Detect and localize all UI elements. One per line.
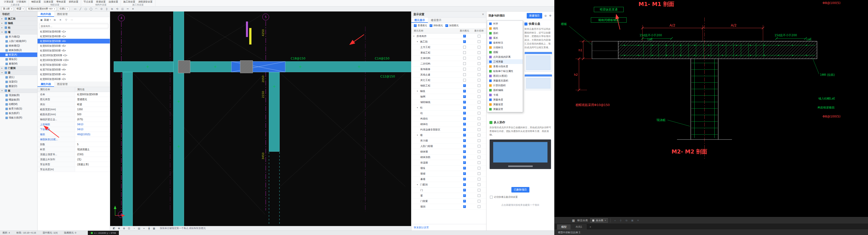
property-value[interactable] <box>75 137 110 142</box>
show-element-checkbox[interactable] <box>463 139 466 142</box>
menu-item[interactable]: 绘制单个标注属性 <box>487 69 523 73</box>
ribbon-button[interactable]: 节点设置 <box>84 0 93 3</box>
menu-item[interactable]: 面积编辑 <box>487 88 523 93</box>
rect-icon[interactable]: ▢ <box>84 7 88 11</box>
show-name-checkbox[interactable] <box>478 167 480 169</box>
tab-property-list[interactable]: 属性列表 <box>37 81 54 87</box>
nav-item[interactable]: 螺旋板(B) <box>0 98 37 102</box>
list-item[interactable]: 柱宽700加宽550厚 <10> <box>37 63 110 67</box>
tab-element-display[interactable]: 图元显示 <box>411 18 428 23</box>
show-element-checkbox[interactable] <box>463 178 466 180</box>
nav-item[interactable]: 现浇板(B) <box>0 93 37 98</box>
show-element-checkbox[interactable] <box>463 128 466 131</box>
show-element-checkbox[interactable] <box>463 57 466 60</box>
ribbon-button[interactable]: 弯钩设置 <box>56 0 66 3</box>
show-element-checkbox[interactable] <box>463 68 466 70</box>
menu-item[interactable]: 卡规 <box>487 93 523 97</box>
move-icon[interactable]: ┼ <box>619 219 623 222</box>
restore-defaults-link[interactable]: 恢复默认设置 <box>414 226 429 229</box>
show-name-checkbox[interactable] <box>478 134 480 136</box>
display-tree-row[interactable]: 砌体加筋 <box>411 155 486 160</box>
display-tree-row[interactable]: 砌体墙 <box>411 149 486 155</box>
show-element-checkbox[interactable] <box>463 79 466 81</box>
display-tree-row[interactable]: 构造柱 <box>411 116 486 122</box>
menu-item[interactable]: 图层(云图层) <box>487 73 523 78</box>
nav-group[interactable]: ▸轴线 <box>0 21 37 26</box>
ribbon-button[interactable]: 施工段设置 <box>123 0 135 3</box>
point-icon[interactable]: ⊙ <box>100 7 103 11</box>
layers-icon[interactable]: ▤ <box>137 227 141 230</box>
cube-icon[interactable]: ◩ <box>112 227 116 230</box>
show-name-checkbox[interactable] <box>478 35 480 37</box>
show-name-checkbox[interactable] <box>478 145 480 147</box>
show-element-checkbox[interactable] <box>463 46 466 48</box>
nav-item[interactable]: 墙垛(E) <box>0 57 37 62</box>
display-tree-row[interactable]: ▾施工段 <box>411 39 486 44</box>
show-element-checkbox[interactable] <box>463 200 466 202</box>
circle-icon[interactable]: ◯ <box>89 7 93 11</box>
property-value[interactable]: (无) <box>75 157 110 162</box>
menu-item[interactable]: 提醒 <box>487 50 523 55</box>
show-name-checkbox[interactable] <box>478 79 480 81</box>
display-tree-row[interactable]: ▾门窗洞 <box>411 182 486 188</box>
show-element-checkbox[interactable] <box>463 51 466 54</box>
orbit-icon[interactable]: ◔ <box>132 227 136 230</box>
nav-item[interactable]: 连梁(G) <box>0 79 37 84</box>
select-icon[interactable]: ▭ <box>73 7 77 11</box>
show-element-checkbox[interactable] <box>463 62 466 65</box>
nav-group[interactable]: ▾墙 <box>0 30 37 34</box>
display-tree-row[interactable]: 人防门框墙 <box>411 143 486 149</box>
property-value[interactable]: 5 <box>75 142 110 147</box>
delete-icon[interactable]: ✕ <box>131 7 135 11</box>
nav-item[interactable]: 板受力筋(S) <box>0 106 37 111</box>
nav-item[interactable]: 柱帽(M) <box>0 102 37 106</box>
list-item[interactable]: 柱宽800加宽450厚 <2> <box>37 77 110 81</box>
tab-model[interactable]: 模型 <box>557 224 571 230</box>
display-tree-row[interactable]: 主体结构 <box>411 56 486 61</box>
display-tree-row[interactable]: 门 <box>411 188 486 193</box>
show-element-checkbox[interactable] <box>463 172 466 175</box>
show-element-checkbox[interactable] <box>463 117 466 120</box>
display-tree-row[interactable]: 辅助轴线 <box>411 100 486 105</box>
show-element-checkbox[interactable] <box>463 101 466 103</box>
menu-item[interactable]: 弧长 <box>487 35 523 40</box>
delete-icon[interactable]: ✕ <box>59 18 62 22</box>
delete-icon[interactable]: ✕ <box>636 219 640 222</box>
display-tree-row[interactable]: 门联窗 <box>411 199 486 204</box>
rotate-icon[interactable]: ⟲ <box>115 7 119 11</box>
close-icon[interactable]: ✕ <box>482 13 484 16</box>
snap-icon[interactable]: ⌖ <box>142 227 146 230</box>
list-item[interactable]: 柱宽1000加宽550厚 <10> <box>37 58 110 63</box>
show-name-checkbox[interactable] <box>478 205 480 208</box>
nav-group[interactable]: ▸门窗洞 <box>0 66 37 70</box>
property-value[interactable]: Φ8@100(5) <box>75 132 110 137</box>
property-value[interactable]: 普通图元 <box>75 97 110 102</box>
property-value[interactable]: 9Φ10 <box>75 122 110 127</box>
display-tree-row[interactable]: ▾墙 <box>411 133 486 138</box>
settings-icon[interactable]: ⚙ <box>549 14 552 18</box>
menu-item[interactable]: 三维测量 <box>487 59 523 64</box>
show-element-checkbox[interactable] <box>463 123 466 126</box>
ribbon-button[interactable]: 损耗设置 <box>69 0 78 3</box>
tab-drawing-manager[interactable]: 图纸管理 <box>54 11 70 17</box>
component-select[interactable]: 柱宽600加宽500厚 <4>▾ <box>27 7 56 11</box>
show-name-checkbox[interactable] <box>478 117 480 120</box>
display-tree-row[interactable]: ▾所有构件 <box>411 34 486 39</box>
display-tree-row[interactable]: 保温墙 <box>411 160 486 166</box>
show-element-checkbox[interactable] <box>463 106 466 109</box>
list-item[interactable]: 柱宽600加宽500厚 <5> <box>37 43 110 48</box>
property-value[interactable]: 现浇混凝土 <box>75 147 110 152</box>
display-tree-row[interactable]: 基础工程 <box>411 50 486 56</box>
display-tree-row[interactable]: 土方工程 <box>411 44 486 50</box>
show-name-checkbox[interactable] <box>478 62 480 65</box>
copy-icon[interactable]: ⧉ <box>110 7 114 11</box>
search-input[interactable] <box>39 24 108 28</box>
add-icon[interactable]: ＋ <box>613 219 617 222</box>
display-tree-row[interactable]: 剪力墙 <box>411 138 486 143</box>
menu-item[interactable]: 计算剖面积 <box>487 83 523 88</box>
show-name-checkbox[interactable] <box>478 106 480 109</box>
ribbon-button[interactable]: 比重设置 <box>44 0 53 3</box>
nav-item[interactable]: 梁(L) <box>0 75 37 79</box>
nav-item[interactable]: 幕墙(M) <box>0 62 37 66</box>
show-name-checkbox[interactable] <box>478 90 480 93</box>
